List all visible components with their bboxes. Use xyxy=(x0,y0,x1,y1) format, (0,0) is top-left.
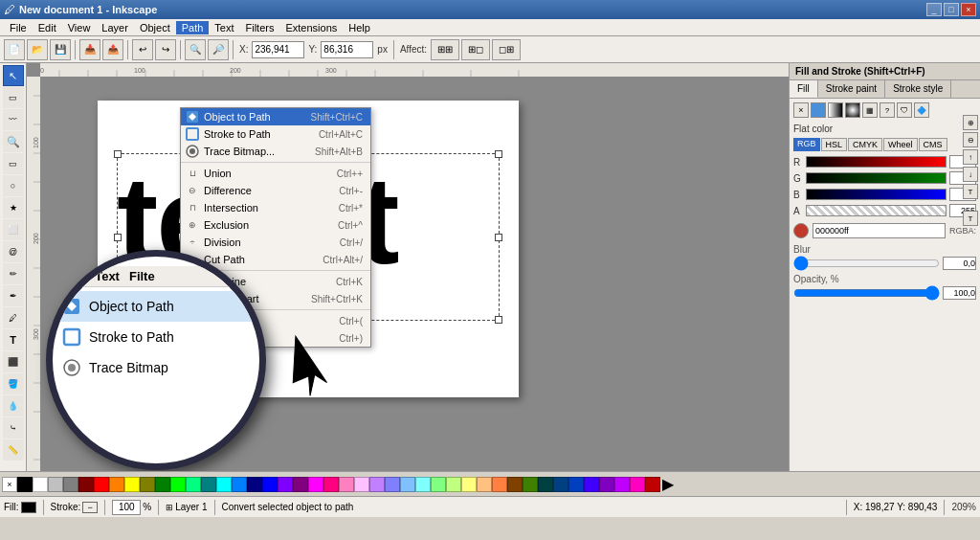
pencil-tool[interactable]: ✏ xyxy=(3,263,24,284)
panel-icon-5[interactable]: T xyxy=(963,184,978,199)
tweak-tool[interactable]: 〰 xyxy=(3,109,24,130)
palette-green[interactable] xyxy=(155,477,170,492)
menu-division[interactable]: ÷ Division Ctrl+/ xyxy=(181,234,370,251)
palette-springgreen[interactable] xyxy=(186,477,201,492)
export-btn[interactable]: 📤 xyxy=(102,39,123,60)
stroke-style-tab[interactable]: Stroke style xyxy=(885,80,951,98)
palette-cyan[interactable] xyxy=(216,477,232,492)
undo-btn[interactable]: ↩ xyxy=(132,39,153,60)
star-tool[interactable]: ★ xyxy=(3,197,24,218)
palette-darkteal[interactable] xyxy=(538,477,553,492)
rect-tool[interactable]: ▭ xyxy=(3,153,24,174)
palette-navy[interactable] xyxy=(247,477,262,492)
fill-none-btn[interactable]: × xyxy=(793,102,809,118)
menu-file[interactable]: File xyxy=(4,21,33,34)
palette-chartreuse[interactable] xyxy=(523,477,538,492)
fill-tab[interactable]: Fill xyxy=(790,80,818,98)
blur-input[interactable] xyxy=(943,257,976,270)
dropper-tool[interactable]: 💧 xyxy=(3,395,24,416)
opacity-status-input[interactable] xyxy=(112,500,141,515)
magnify-text-menu[interactable]: Text xyxy=(95,269,120,283)
maximize-button[interactable]: □ xyxy=(944,3,959,16)
opacity-slider[interactable] xyxy=(793,288,940,298)
palette-periwinkle[interactable] xyxy=(385,477,400,492)
affect-btn2[interactable]: ⊞◻ xyxy=(461,39,490,60)
stroke-paint-tab[interactable]: Stroke paint xyxy=(818,80,885,98)
minimize-button[interactable]: _ xyxy=(926,3,942,16)
menu-difference[interactable]: ⊖ Difference Ctrl+- xyxy=(181,182,370,199)
palette-red[interactable] xyxy=(94,477,109,492)
palette-scroll-right[interactable]: ▶ xyxy=(662,475,674,493)
fill-pattern-btn[interactable]: ▦ xyxy=(862,102,878,118)
node-tool[interactable]: ▭ xyxy=(3,87,24,108)
palette-darkblue[interactable] xyxy=(553,477,568,492)
fill-swatch-btn[interactable]: 🛡 xyxy=(897,102,912,118)
palette-peach[interactable] xyxy=(477,477,492,492)
palette-lime[interactable] xyxy=(170,477,186,492)
palette-brown[interactable] xyxy=(507,477,523,492)
palette-purple2[interactable] xyxy=(614,477,630,492)
palette-violet[interactable] xyxy=(278,477,293,492)
magnify-item-stroke-to-path[interactable]: Stroke to Path xyxy=(53,322,259,352)
panel-icon-text[interactable]: T xyxy=(963,211,978,226)
palette-royalblue[interactable] xyxy=(568,477,584,492)
palette-rose[interactable] xyxy=(323,477,339,492)
zoom-out-btn[interactable]: 🔎 xyxy=(208,39,229,60)
blur-slider[interactable] xyxy=(793,259,940,268)
menu-view[interactable]: View xyxy=(62,21,97,34)
fill-flat-btn[interactable] xyxy=(811,102,826,118)
wheel-tab[interactable]: Wheel xyxy=(883,138,918,151)
menu-intersection[interactable]: ⊓ Intersection Ctrl+* xyxy=(181,199,370,216)
palette-maroon[interactable] xyxy=(78,477,94,492)
menu-union[interactable]: ⊔ Union Ctrl++ xyxy=(181,165,370,182)
palette-lavender[interactable] xyxy=(354,477,369,492)
palette-magenta[interactable] xyxy=(308,477,323,492)
palette-darkred[interactable] xyxy=(645,477,660,492)
palette-gray[interactable] xyxy=(63,477,78,492)
menu-layer[interactable]: Layer xyxy=(96,21,134,34)
pen-tool[interactable]: ✒ xyxy=(3,285,24,306)
menu-extensions[interactable]: Extensions xyxy=(279,21,343,34)
palette-hotpink[interactable] xyxy=(630,477,645,492)
panel-icon-1[interactable]: ⊕ xyxy=(963,115,978,130)
zoom-tool[interactable]: 🔍 xyxy=(3,131,24,152)
handle-tr[interactable] xyxy=(495,150,502,158)
palette-silver[interactable] xyxy=(48,477,63,492)
palette-plum[interactable] xyxy=(369,477,385,492)
palette-darkviolet[interactable] xyxy=(599,477,614,492)
menu-object[interactable]: Object xyxy=(134,21,176,34)
palette-lightyellow[interactable] xyxy=(461,477,477,492)
new-btn[interactable]: 📄 xyxy=(4,39,25,60)
window-controls[interactable]: _ □ × xyxy=(926,3,976,16)
menu-filters[interactable]: Filters xyxy=(240,21,280,34)
connector-tool[interactable]: ⤷ xyxy=(3,417,24,439)
handle-br[interactable] xyxy=(495,316,502,324)
palette-skyblue[interactable] xyxy=(232,477,247,492)
palette-purple[interactable] xyxy=(293,477,308,492)
magnify-filter-menu[interactable]: Filte xyxy=(129,269,155,283)
close-button[interactable]: × xyxy=(961,3,976,16)
panel-icon-2[interactable]: ⊖ xyxy=(963,132,978,147)
x-input[interactable] xyxy=(252,41,304,58)
menu-object-to-path[interactable]: Object to Path Shift+Ctrl+C xyxy=(181,108,370,125)
circle-tool[interactable]: ○ xyxy=(3,175,24,196)
palette-white[interactable] xyxy=(33,477,48,492)
palette-lightblue[interactable] xyxy=(400,477,415,492)
palette-olive[interactable] xyxy=(140,477,155,492)
menu-help[interactable]: Help xyxy=(343,21,376,34)
palette-blue[interactable] xyxy=(262,477,278,492)
menu-path[interactable]: Path xyxy=(176,21,210,34)
text-tool[interactable]: T xyxy=(3,329,24,350)
fill-radial-btn[interactable] xyxy=(845,102,860,118)
affect-btn1[interactable]: ⊞⊞ xyxy=(431,39,459,60)
affect-btn3[interactable]: ◻⊞ xyxy=(492,39,521,60)
magnify-item-object-to-path[interactable]: Object to Path xyxy=(53,291,259,322)
menu-edit[interactable]: Edit xyxy=(33,21,62,34)
palette-yellow[interactable] xyxy=(124,477,140,492)
3d-box-tool[interactable]: ⬜ xyxy=(3,219,24,240)
panel-icon-4[interactable]: ↓ xyxy=(963,167,978,182)
calligraphy-tool[interactable]: 🖊 xyxy=(3,307,24,328)
palette-orange[interactable] xyxy=(109,477,124,492)
open-btn[interactable]: 📂 xyxy=(27,39,48,60)
rgb-tab[interactable]: RGB xyxy=(793,138,820,151)
